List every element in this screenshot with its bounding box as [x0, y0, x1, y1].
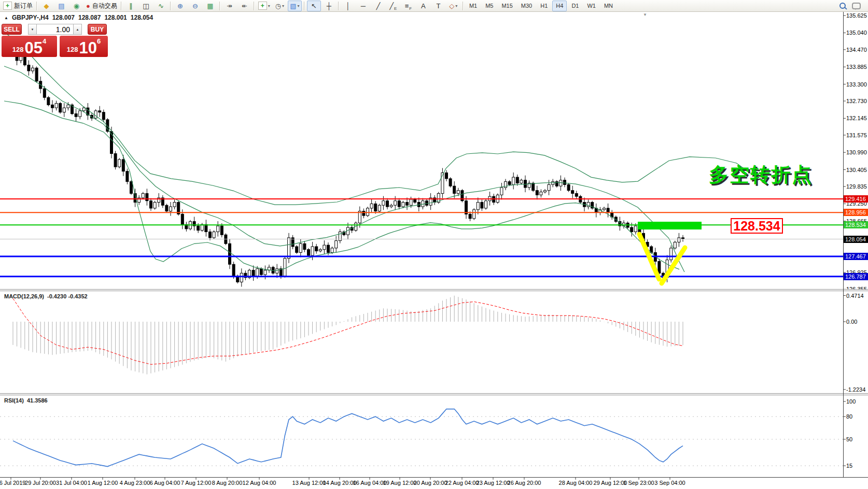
channel-icon-sub: E: [394, 6, 397, 11]
timeframe-h1[interactable]: H1: [537, 1, 551, 11]
bar-chart-icon[interactable]: ∥: [124, 1, 138, 11]
vline-icon[interactable]: │: [341, 1, 355, 11]
sell-button[interactable]: SELL: [2, 24, 22, 35]
volume-increment-button[interactable]: ▲: [73, 24, 82, 35]
signals-icon[interactable]: ◉: [69, 1, 83, 11]
auto-scroll-icon: ↠: [227, 3, 232, 9]
zoom-out-icon: ⊖: [192, 3, 198, 9]
ohlc-high: 128.087: [78, 14, 101, 21]
volume-input[interactable]: [37, 24, 73, 35]
macd-name: MACD(12,26,9): [4, 293, 44, 299]
timeframe-w1[interactable]: W1: [583, 1, 599, 11]
line-chart-icon[interactable]: ∿: [154, 1, 168, 11]
autotrading-button[interactable]: ●自动交易: [85, 1, 119, 11]
text-annotation-turning-point[interactable]: 多空转折点: [709, 165, 813, 184]
price-tick-label: 135.040: [846, 30, 867, 36]
timeframe-d1[interactable]: D1: [568, 1, 582, 11]
sell-price-button[interactable]: 128 05 4: [2, 36, 57, 57]
buy-button[interactable]: BUY: [88, 24, 107, 35]
autotrading-button-label: 自动交易: [92, 2, 117, 10]
timeframe-m15[interactable]: M15: [498, 1, 516, 11]
date-label: 14 Aug 20:00: [323, 480, 357, 486]
toolbar-right: [839, 3, 868, 9]
toolbar-separator: [254, 2, 255, 10]
macd-tick-label: -1.2234: [846, 386, 865, 393]
price-tick-label: 133.885: [846, 64, 867, 70]
tile-windows-icon: ▦: [207, 3, 213, 9]
ohlc-close: 128.054: [131, 14, 153, 21]
trendline-icon: ╱: [376, 3, 380, 9]
zoom-in-icon[interactable]: ⊕: [173, 1, 187, 11]
chart-header: ▲ GBPJPY-,H4 128.007 128.087 128.001 128…: [4, 14, 153, 21]
volume-decrement-button[interactable]: ▼: [28, 24, 37, 35]
price-tick-label: 135.625: [846, 12, 867, 19]
zoom-out-icon[interactable]: ⊖: [188, 1, 202, 11]
templates-button[interactable]: ▧▾: [288, 1, 302, 11]
templates-button: ▧: [290, 3, 296, 9]
periods-button[interactable]: ◷▾: [273, 1, 287, 11]
cursor-icon[interactable]: ↖: [307, 1, 321, 11]
sell-price-point: 4: [43, 37, 46, 45]
time-axis-border: [0, 477, 868, 478]
buy-price-big-figure: 128: [67, 46, 78, 53]
date-label: 26 Jul 2019: [0, 480, 25, 486]
timeframe-mn[interactable]: MN: [600, 1, 617, 11]
mt4-window: +新订单◆▤◉●自动交易∥◫∿⊕⊖▦↠↞+▾◷▾▧▾↖┼│─╱╱E≡FAT◇▾M…: [0, 0, 868, 489]
indicators-button[interactable]: +▾: [257, 1, 272, 11]
market-watch-icon[interactable]: ◆: [39, 1, 53, 11]
dropdown-caret-icon[interactable]: ▾: [282, 4, 284, 8]
terminal-icon[interactable]: ▤: [54, 1, 68, 11]
price-axis-border: [843, 12, 844, 477]
label-icon[interactable]: T: [431, 1, 445, 11]
channel-icon[interactable]: ╱E: [386, 1, 400, 11]
arrows-icon[interactable]: ◇▾: [446, 1, 460, 11]
date-label: 1 Aug 12:00: [88, 480, 118, 486]
timeframe-m30[interactable]: M30: [517, 1, 536, 11]
dropdown-caret-icon[interactable]: ▾: [268, 4, 270, 8]
toolbar: +新订单◆▤◉●自动交易∥◫∿⊕⊖▦↠↞+▾◷▾▧▾↖┼│─╱╱E≡FAT◇▾M…: [0, 0, 868, 12]
hline-icon[interactable]: ─: [356, 1, 370, 11]
toolbar-separator: [338, 2, 339, 10]
vline-icon: │: [346, 3, 350, 9]
buy-price-button[interactable]: 128 10 6: [60, 36, 108, 57]
auto-scroll-icon[interactable]: ↠: [222, 1, 236, 11]
collapse-panel-icon[interactable]: ▲: [4, 16, 8, 20]
one-click-trading-panel: SELL ▼ ▲ BUY 128 05 4 128 10 6: [2, 24, 109, 57]
tile-windows-icon[interactable]: ▦: [203, 1, 217, 11]
search-icon[interactable]: [839, 3, 846, 9]
chart-shift-icon: ↞: [242, 3, 247, 9]
text-icon[interactable]: A: [416, 1, 430, 11]
price-tick-label: 131.575: [846, 132, 867, 138]
rsi-pane-separator[interactable]: [0, 393, 868, 395]
date-label: 4 Aug 23:00: [120, 480, 150, 486]
price-level-badge: 127.467: [844, 253, 868, 260]
chart-area[interactable]: [0, 12, 843, 477]
dropdown-caret-icon[interactable]: ▾: [455, 4, 457, 8]
rsi-tick-label: 80: [846, 413, 852, 420]
date-label: 12 Aug 04:00: [243, 480, 276, 486]
price-level-label[interactable]: 128.534: [731, 218, 783, 234]
current-price-badge: 128.054: [844, 236, 868, 243]
new-order-button[interactable]: +新订单: [2, 1, 34, 11]
macd-pane-separator[interactable]: [0, 289, 868, 291]
timeframe-m5[interactable]: M5: [482, 1, 497, 11]
rsi-values: 41.3586: [27, 397, 48, 404]
dropdown-caret-icon[interactable]: ▾: [298, 4, 300, 8]
macd-values: -0.4230 -0.4352: [47, 293, 88, 299]
rsi-name: RSI(14): [4, 397, 24, 404]
toolbar-separator: [304, 2, 305, 10]
fibo-icon[interactable]: ≡F: [401, 1, 415, 11]
rsi-tick-label: 15: [846, 463, 852, 469]
channel-icon: ╱: [389, 3, 394, 9]
timeframe-h4[interactable]: H4: [552, 1, 567, 11]
crosshair-icon[interactable]: ┼: [322, 1, 336, 11]
trendline-icon[interactable]: ╱: [371, 1, 385, 11]
timeframe-m1[interactable]: M1: [466, 1, 481, 11]
terminal-icon: ▤: [58, 3, 64, 9]
date-label: 23 Aug 12:00: [477, 480, 510, 486]
chart-shift-icon[interactable]: ↞: [237, 1, 251, 11]
candle-chart-icon[interactable]: ◫: [139, 1, 153, 11]
price-tick-label: 130.990: [846, 149, 867, 155]
chat-icon[interactable]: [852, 3, 861, 9]
date-label: 26 Aug 20:00: [508, 480, 541, 486]
